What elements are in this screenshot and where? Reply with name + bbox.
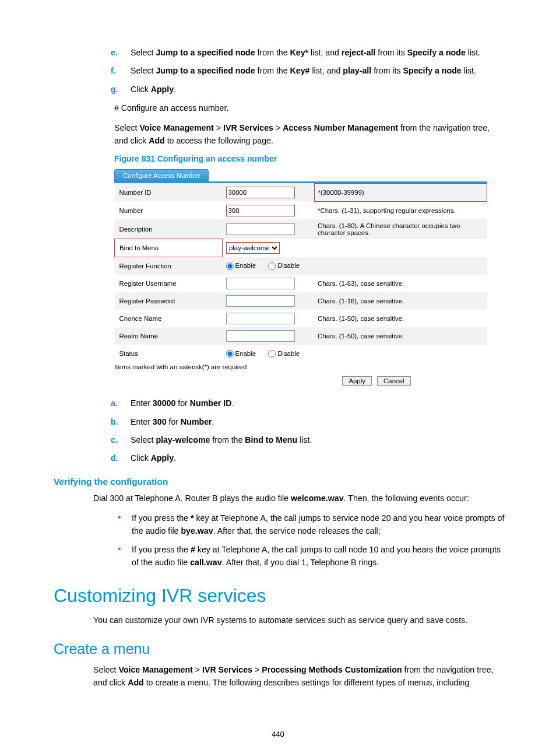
panel-tab[interactable]: Configure Access Number [114,169,209,182]
input-cnonce[interactable] [226,313,295,324]
radio-regfunc-disable[interactable]: Disable [268,262,300,269]
page-number: 440 [0,730,556,738]
label-status: Status [115,345,223,362]
step-d: d. Click Apply. [111,452,505,464]
step-marker: c. [111,434,118,446]
step-marker: g. [111,83,118,96]
apply-button[interactable]: Apply [342,376,372,386]
input-register-password[interactable] [226,295,295,307]
bullet-item: If you press the * key at Telephone A, t… [114,512,505,537]
hint-number: *Chars. (1-31), supporting regular expre… [314,201,487,219]
step-marker: e. [111,47,118,59]
step-list-1: e. Select Jump to a specified node from … [111,47,505,96]
input-register-username[interactable] [226,278,295,289]
label-bind-menu: Bind to Menu [115,239,223,257]
nav-path-2: Select Voice Management > IVR Services >… [93,663,505,689]
label-number-id: Number ID [115,183,223,201]
bullet-item: If you press the # key at Telephone A, t… [114,543,505,569]
step-marker: f. [111,65,116,77]
verify-heading: Verifying the configuration [54,477,505,487]
step-f: f. Select Jump to a specified node from … [111,65,505,77]
label-realm: Realm Name [115,327,223,345]
step-list-2: a. Enter 30000 for Number ID. b. Enter 3… [111,397,505,464]
input-number[interactable] [226,205,295,216]
radio-status-disable[interactable]: Disable [268,350,300,357]
input-realm[interactable] [226,330,295,342]
label-register-password: Register Password [115,292,223,310]
label-description: Description [115,219,223,239]
hint-number-id: *(30000-39999) [314,183,487,201]
hint-register-username: Chars. (1-63), case sensitive. [314,275,487,292]
cancel-button[interactable]: Cancel [377,376,410,386]
section-heading: Create a menu [54,640,505,657]
radio-regfunc-enable[interactable]: Enable [226,262,256,269]
radio-status-enable[interactable]: Enable [226,350,256,357]
customize-paragraph: You can customize your own IVR systems t… [93,614,505,626]
label-number: Number [115,201,223,219]
select-bind-menu[interactable]: play-welcome [226,242,280,254]
required-footnote: Items marked with an asterisk(*) are req… [114,363,487,370]
verify-paragraph: Dial 300 at Telephone A. Router B plays … [93,492,505,505]
input-number-id[interactable] [226,187,295,198]
input-description[interactable] [226,223,295,235]
label-register-username: Register Username [115,275,223,292]
hint-register-password: Chars. (1-16), case sensitive. [314,292,487,310]
step-e: e. Select Jump to a specified node from … [111,47,505,59]
step-marker: a. [111,397,118,410]
config-table: Number ID *(30000-39999) Number *Chars. … [114,183,487,363]
nav-path-1: Select Voice Management > IVR Services >… [114,121,505,147]
step-marker: d. [111,452,118,464]
step-b: b. Enter 300 for Number. [111,416,505,428]
label-cnonce: Cnonce Name [115,310,223,327]
hint-cnonce: Chars. (1-50), case sensitive. [314,310,487,327]
verify-bullets: If you press the * key at Telephone A, t… [114,512,505,569]
step-g: g. Click Apply. [111,83,505,96]
hint-realm: Chars. (1-50), case sensitive. [314,327,487,345]
hint-description: Chars. (1-80). A Chinese character occup… [314,219,487,239]
page-title: Customizing IVR services [54,585,505,607]
figure-caption: Figure 831 Configuring an access number [114,154,505,163]
step-c: c. Select play-welcome from the Bind to … [111,434,505,446]
label-register-function: Register Function [115,257,223,275]
step-marker: b. [111,416,118,428]
configure-note: # Configure an access number. [114,102,505,114]
step-a: a. Enter 30000 for Number ID. [111,397,505,410]
configure-access-number-panel: Configure Access Number Number ID *(3000… [114,169,487,386]
